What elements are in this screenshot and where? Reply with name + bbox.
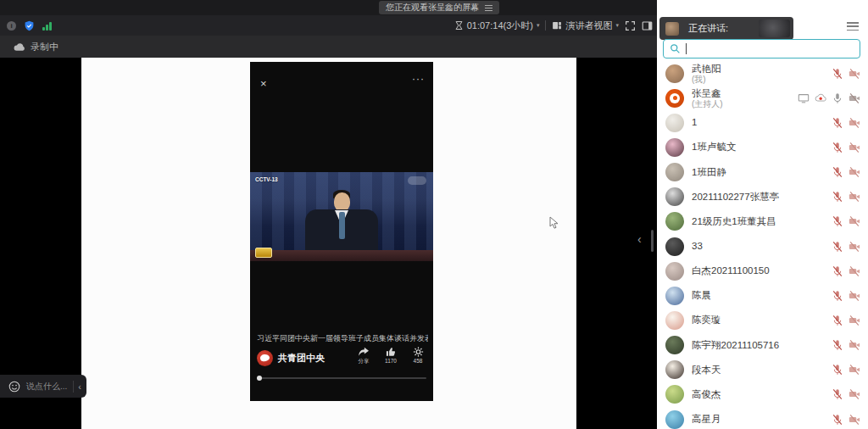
cam-muted-icon[interactable] (849, 142, 860, 153)
cam-muted-icon[interactable] (849, 388, 860, 400)
mic-muted-icon[interactable] (832, 388, 843, 400)
mic-muted-icon[interactable] (832, 142, 843, 153)
participant-row[interactable]: 白杰20211100150 (657, 259, 868, 283)
mic-muted-icon[interactable] (832, 414, 843, 426)
participant-row[interactable]: 21级历史1班董其昌 (657, 209, 868, 234)
titlebar: 您正在观看张呈鑫的屏幕 (0, 0, 657, 15)
cam-muted-icon[interactable] (849, 290, 860, 302)
mic-muted-icon[interactable] (832, 191, 843, 203)
close-icon[interactable]: × (260, 77, 267, 90)
mic-muted-icon[interactable] (832, 117, 843, 129)
like-button[interactable]: 1170 (381, 347, 401, 365)
account-name[interactable]: 共青团中央 (278, 352, 325, 365)
participant-row[interactable]: 1班卢毓文 (657, 135, 868, 159)
video-progress-bar[interactable] (257, 377, 426, 379)
recording-label: 录制中 (31, 41, 58, 53)
participant-row[interactable]: 20211102277张慧亭 (657, 185, 868, 209)
participant-row[interactable]: 1班田静 (657, 160, 868, 185)
chat-collapse-icon[interactable]: ‹ (78, 382, 81, 392)
banner-menu-icon[interactable] (485, 5, 492, 11)
participant-row[interactable]: 段本天 (657, 358, 868, 382)
cam-muted-icon[interactable] (849, 339, 860, 351)
speaking-toast: 正在讲话: (659, 17, 793, 40)
view-mode-selector[interactable]: 演讲者视图 ▾ (552, 20, 619, 32)
cam-muted-icon[interactable] (849, 315, 860, 326)
chat-bar[interactable]: 说点什么... ‹ (0, 375, 86, 398)
cam-muted-icon[interactable] (849, 364, 860, 376)
account-row[interactable]: 共青团中央 (257, 350, 325, 366)
cam-muted-icon[interactable] (849, 166, 860, 178)
search-icon (670, 43, 681, 54)
cam-muted-icon[interactable] (849, 68, 860, 80)
account-avatar[interactable] (257, 350, 273, 366)
more-icon[interactable]: ··· (412, 73, 425, 85)
mic-muted-icon[interactable] (832, 265, 843, 277)
cam-muted-icon[interactable] (849, 265, 860, 277)
participant-row[interactable]: 33 (657, 234, 868, 259)
participant-avatar (665, 187, 684, 206)
mic-muted-icon[interactable] (832, 339, 843, 351)
cam-muted-icon[interactable] (849, 117, 860, 129)
panel-collapse-handle[interactable]: ‹ (637, 232, 642, 246)
side-panel-icon[interactable] (642, 20, 653, 31)
participant-role: (主持人) (692, 99, 798, 109)
participant-name-block: 武艳阳(我) (692, 64, 832, 84)
news-desk (250, 250, 433, 261)
cam-muted-icon[interactable] (849, 215, 860, 227)
participant-row[interactable]: 武艳阳(我) (657, 61, 868, 86)
participant-name-block: 1班卢毓文 (692, 142, 832, 153)
mic-muted-icon[interactable] (832, 290, 843, 302)
mic-muted-icon[interactable] (832, 68, 843, 80)
progress-handle[interactable] (257, 376, 262, 381)
channel-logo: CCTV-13 (255, 176, 278, 182)
participant-avatar (665, 114, 684, 132)
meeting-timer[interactable]: 01:07:14(3小时) ▾ (454, 20, 540, 32)
participant-row[interactable]: 高俊杰 (657, 382, 868, 407)
participant-row[interactable]: 陈奕璇 (657, 308, 868, 332)
cam-muted-icon[interactable] (849, 414, 860, 426)
cloud-recording-icon[interactable] (815, 92, 826, 104)
mic-muted-icon[interactable] (832, 364, 843, 376)
security-shield-icon[interactable] (24, 20, 35, 31)
gear-button[interactable]: 458 (408, 347, 428, 365)
participant-avatar (665, 410, 684, 429)
video-caption[interactable]: 习近平同团中央新一届领导班子成员集体谈话并发表…> (257, 333, 428, 344)
mic-muted-icon[interactable] (832, 166, 843, 178)
mic-muted-icon[interactable] (832, 215, 843, 227)
participant-name-block: 张呈鑫(主持人) (692, 88, 798, 109)
share-button[interactable]: 分享 (353, 347, 374, 365)
participant-row[interactable]: 1 (657, 110, 868, 135)
chat-input[interactable]: 说点什么... (26, 381, 67, 393)
participant-row[interactable]: 陈晨 (657, 283, 868, 308)
view-caret-icon: ▾ (615, 22, 619, 29)
speaker-video-preview (759, 20, 790, 37)
participant-name-block: 1 (692, 117, 832, 128)
recording-badge[interactable]: 录制中 (14, 36, 58, 58)
participant-avatar (665, 64, 684, 83)
cam-muted-gray-icon[interactable] (849, 92, 860, 104)
participant-name: 武艳阳 (692, 64, 832, 75)
scrollbar-nub[interactable] (651, 230, 654, 252)
mic-muted-icon[interactable] (832, 315, 843, 326)
watching-banner[interactable]: 您正在观看张呈鑫的屏幕 (379, 1, 499, 14)
news-video[interactable]: CCTV-13 (250, 172, 433, 261)
mic-on-icon[interactable] (832, 92, 843, 104)
fullscreen-icon[interactable] (625, 20, 636, 31)
participant-row[interactable]: 高星月 (657, 407, 868, 429)
speaking-label: 正在讲话: (688, 22, 728, 35)
mic-muted-icon[interactable] (832, 241, 843, 253)
participant-search[interactable] (663, 39, 860, 58)
emoji-icon[interactable] (8, 381, 20, 393)
participant-row[interactable]: 张呈鑫(主持人) (657, 86, 868, 110)
panel-menu-icon[interactable] (847, 22, 859, 31)
screen-share-icon[interactable] (798, 92, 810, 104)
network-signal-icon[interactable] (42, 21, 52, 31)
shared-phone-screen: × ··· CCTV-13 习近平同团中央新一届领导班子成员集体谈话并发表…> … (250, 62, 433, 401)
participant-row[interactable]: 陈宇翔20211105716 (657, 333, 868, 358)
cam-muted-icon[interactable] (849, 241, 860, 253)
participant-name-block: 高星月 (692, 414, 832, 425)
participant-name: 段本天 (692, 365, 832, 376)
participant-name-block: 白杰20211100150 (692, 265, 832, 276)
cam-muted-icon[interactable] (849, 191, 860, 203)
info-icon[interactable]: i (7, 21, 16, 31)
